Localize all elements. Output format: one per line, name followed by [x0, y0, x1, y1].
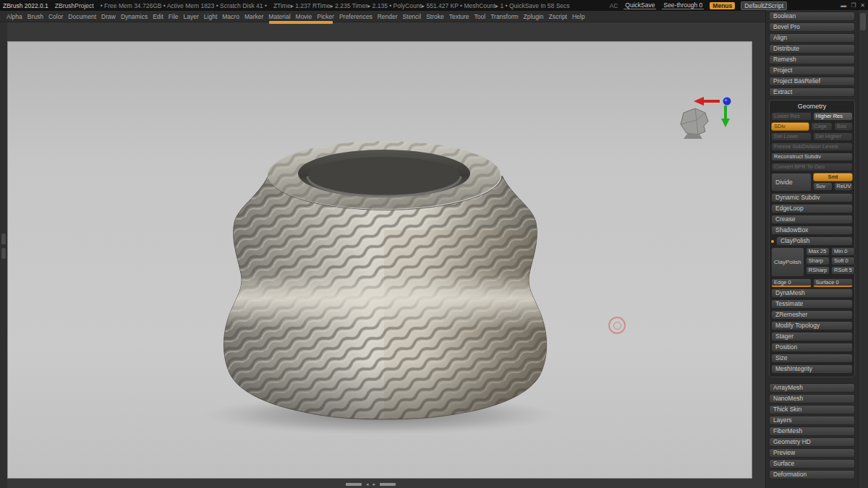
geometry-section-button[interactable]: Modify Topology	[771, 321, 853, 330]
tool-subpalette-button[interactable]: Geometry HD	[769, 437, 855, 447]
menu-item[interactable]: Edit	[153, 13, 163, 20]
del-lower-button[interactable]: Del Lower	[771, 132, 812, 141]
tool-panel-button[interactable]: Project BasRelief	[769, 77, 855, 86]
tool-subpalette-button[interactable]: Surface	[769, 459, 855, 468]
claypolish-rsoft-slider[interactable]: RSoft 5	[831, 266, 855, 275]
restore-icon[interactable]: ❐	[851, 2, 856, 9]
tool-subpalette-button[interactable]: FiberMesh	[769, 427, 855, 436]
geometry-section-button[interactable]: Size	[771, 354, 853, 363]
scroll-right-icon[interactable]: ▸	[373, 481, 376, 487]
polyhead-preview	[681, 108, 708, 134]
reuv-button[interactable]: ReUV	[834, 182, 854, 191]
performance-stats: ZTime▸ 1.237 RTime▸ 2.235 Timer▸ 2.135 •…	[273, 2, 570, 9]
scroll-left-icon[interactable]: ◂	[366, 481, 369, 487]
menu-item[interactable]: Brush	[27, 13, 43, 20]
quicksave-button[interactable]: QuickSave	[624, 1, 656, 9]
scrollbar-track[interactable]	[380, 483, 396, 486]
menu-item[interactable]: Layer	[184, 13, 199, 20]
document-canvas[interactable]	[7, 41, 752, 479]
menu-item[interactable]: Light	[204, 13, 217, 20]
menu-item[interactable]: Material	[268, 13, 290, 20]
tool-panel-button[interactable]: Distribute	[769, 44, 855, 53]
tool-panel-button[interactable]: Project	[769, 66, 855, 75]
menu-item[interactable]: Tool	[475, 13, 486, 20]
smt-toggle[interactable]: Smt	[813, 173, 853, 181]
tool-panel-button[interactable]: Bevel Pro	[769, 22, 855, 32]
geometry-section-button[interactable]: ShadowBox	[771, 226, 853, 235]
menu-item[interactable]: Stencil	[403, 13, 422, 20]
tool-subpalette-button[interactable]: NanoMesh	[769, 394, 855, 403]
tool-subpalette-button[interactable]: Layers	[769, 416, 855, 425]
tool-subpalette-button[interactable]: Deformation	[769, 470, 855, 479]
freeze-subdivision-button[interactable]: Freeze SubDivision Levels	[771, 142, 853, 151]
higher-res-button[interactable]: Higher Res	[813, 112, 854, 121]
menu-item[interactable]: Stroke	[426, 13, 444, 20]
geometry-section-button[interactable]: DynaMesh	[771, 288, 853, 298]
menus-toggle-button[interactable]: Menus	[710, 2, 735, 9]
claypolish-edge-slider[interactable]: Edge 0	[771, 278, 812, 287]
canvas-scrollbar[interactable]: ◂ ▸	[346, 481, 396, 487]
geometry-section-button[interactable]: Stager	[771, 332, 853, 341]
claypolish-soft-slider[interactable]: Soft 0	[831, 257, 855, 265]
geometry-section-button[interactable]: Crease	[771, 215, 853, 224]
claypolish-rsharp-slider[interactable]: RSharp	[806, 266, 830, 275]
reconstruct-subdiv-button[interactable]: Reconstruct Subdiv	[771, 153, 853, 161]
geometry-section-button[interactable]: Position	[771, 343, 853, 352]
tool-panel-button[interactable]: Align	[769, 33, 855, 43]
menu-item[interactable]: Macro	[222, 13, 239, 20]
menu-item[interactable]: Draw	[101, 13, 116, 20]
tool-subpalette-button[interactable]: ArrayMesh	[769, 383, 855, 393]
see-through-slider[interactable]: See-through 0	[662, 1, 704, 9]
menu-item[interactable]: Dynamics	[121, 13, 148, 20]
claypolish-section-button[interactable]: ClayPolish	[776, 236, 853, 246]
geometry-section-button[interactable]: Dynamic Subdiv	[771, 193, 853, 202]
menu-item[interactable]: Zplugin	[524, 13, 544, 20]
menu-item[interactable]: Render	[378, 13, 398, 20]
menu-item[interactable]: Movie	[296, 13, 312, 20]
tool-panel-button[interactable]: Extract	[769, 87, 855, 97]
menu-item[interactable]: Zscript	[548, 13, 567, 20]
suv-toggle[interactable]: Suv	[813, 182, 833, 191]
left-tray-handle[interactable]	[1, 248, 6, 259]
menu-item[interactable]: Texture	[449, 13, 469, 20]
menu-item[interactable]: Transform	[490, 13, 518, 20]
cage-button[interactable]: Cage	[811, 122, 833, 131]
menu-item[interactable]: Preferences	[339, 13, 373, 20]
scrollbar-track[interactable]	[346, 483, 362, 486]
minimize-icon[interactable]: ▬	[841, 2, 846, 9]
close-icon[interactable]: ✕	[860, 2, 865, 9]
menu-item[interactable]: File	[169, 13, 179, 20]
lower-res-button[interactable]: Lower Res	[771, 112, 812, 121]
sdiv-slider[interactable]: SDiv	[771, 122, 809, 131]
geometry-section-button[interactable]: Tessimate	[771, 299, 853, 309]
tool-panel-button[interactable]: Remesh	[769, 55, 855, 64]
claypolish-surface-slider[interactable]: Surface 0	[813, 278, 854, 287]
del-higher-button[interactable]: Del Higher	[813, 132, 854, 141]
menu-item[interactable]: Picker	[317, 13, 334, 20]
menu-item[interactable]: Document	[68, 13, 96, 20]
menu-item[interactable]: Alpha	[7, 13, 22, 20]
geometry-section-button[interactable]: ZRemesher	[771, 310, 853, 320]
right-tray-scrollbar[interactable]	[860, 13, 866, 30]
claypolish-max-slider[interactable]: Max 25	[806, 247, 830, 256]
claypolish-min-slider[interactable]: Min 0	[831, 247, 855, 256]
geometry-section-button[interactable]: EdgeLoop	[771, 204, 853, 213]
brush-cursor	[608, 317, 626, 334]
tool-panel-button[interactable]: Boolean	[769, 12, 855, 21]
sculpt-model[interactable]	[8, 42, 753, 479]
geometry-section-button[interactable]: MeshIntegrity	[771, 364, 853, 374]
divide-button[interactable]: Divide	[771, 173, 812, 192]
menu-item[interactable]: Help	[572, 13, 584, 20]
tool-subpalette-button[interactable]: Thick Skin	[769, 405, 855, 414]
default-zscript-button[interactable]: DefaultZScript	[741, 1, 787, 10]
bas-button[interactable]: Bas	[834, 122, 853, 131]
convert-bpr-button[interactable]: Convert BPR To Geo	[771, 163, 853, 171]
left-tray-handle[interactable]	[1, 234, 6, 244]
geometry-header[interactable]: Geometry	[771, 102, 853, 111]
camera-orientation-gizmo[interactable]	[673, 93, 739, 139]
claypolish-button[interactable]: ClayPolish	[771, 247, 804, 277]
tool-subpalette-button[interactable]: Preview	[769, 448, 855, 458]
menu-item[interactable]: Marker	[244, 13, 263, 20]
claypolish-sharp-slider[interactable]: Sharp	[806, 257, 830, 265]
menu-item[interactable]: Color	[48, 13, 63, 20]
